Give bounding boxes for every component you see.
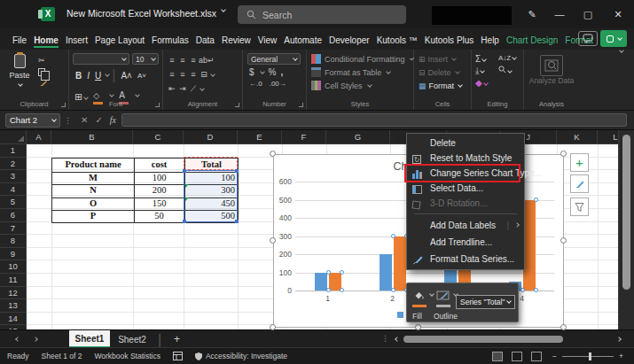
tab-review[interactable]: Review (218, 33, 254, 50)
tab-developer[interactable]: Developer (325, 33, 373, 50)
wrap-text-icon[interactable]: ab↵ (199, 55, 209, 66)
align-center-icon[interactable]: ≡ (177, 69, 188, 81)
row-header-13[interactable]: 13 (0, 299, 26, 313)
series-selection-handle[interactable] (340, 270, 344, 275)
column-header-A[interactable]: A (27, 130, 51, 143)
next-sheet-icon[interactable] (33, 337, 38, 342)
workbook-statistics-button[interactable]: Workbook Statistics (94, 352, 160, 360)
menu-item-change-series-chart-type[interactable]: Change Series Chart Type... (407, 166, 524, 181)
horizontal-scrollbar[interactable] (401, 336, 610, 343)
page-layout-view-icon[interactable] (512, 352, 522, 361)
formula-bar-splitter[interactable]: ⋮ (64, 116, 72, 125)
clipboard-dialog-launcher[interactable] (61, 103, 66, 107)
row-header-1[interactable]: 1 (0, 144, 26, 158)
increase-decimal-icon[interactable]: ←.0 (249, 80, 262, 88)
close-button[interactable]: ✕ (607, 5, 630, 23)
table-cell[interactable]: O (52, 197, 134, 211)
table-header-cell[interactable]: cost (134, 159, 184, 172)
menu-item-add-data-labels[interactable]: Add Data Labels| (407, 217, 524, 234)
column-header-B[interactable]: B (51, 130, 133, 143)
chart-resize-handle[interactable] (270, 151, 276, 157)
column-header-K[interactable]: K (557, 130, 598, 143)
tab-chart-design[interactable]: Chart Design (503, 33, 561, 50)
tab-file[interactable]: File (9, 33, 30, 50)
chart-resize-handle[interactable] (560, 151, 567, 157)
accounting-format-icon[interactable]: $ (249, 67, 254, 77)
insert-cells-button[interactable]: ⊞Insert (414, 52, 471, 66)
maximize-button[interactable]: ▢ (576, 5, 599, 23)
percent-format-icon[interactable]: % (269, 67, 277, 77)
row-header-14[interactable]: 14 (0, 313, 26, 326)
cancel-icon[interactable]: ✕ (81, 115, 88, 125)
insert-function-icon[interactable]: fx (110, 115, 116, 125)
analyze-data-button[interactable]: Analyze Data (524, 77, 579, 85)
enter-icon[interactable]: ✓ (95, 115, 102, 125)
zoom-slider-thumb[interactable] (589, 352, 591, 360)
minimize-button[interactable]: — (548, 5, 571, 23)
sheet-tab-sheet2[interactable]: Sheet2 (112, 330, 153, 348)
table-cell[interactable]: 50 (134, 210, 184, 223)
menu-item-select-data[interactable]: Select Data... (407, 181, 524, 196)
menu-item-add-trendline[interactable]: Add Trendline... (407, 234, 524, 251)
chart-filters-button[interactable] (570, 197, 589, 216)
series-selection-handle[interactable] (326, 270, 331, 275)
series-selection-handle[interactable] (391, 288, 395, 292)
table-header-cell[interactable]: Product name (52, 159, 134, 172)
normal-view-icon[interactable] (492, 352, 503, 361)
column-header-C[interactable]: C (133, 130, 184, 143)
sheet-tab-sheet1[interactable]: Sheet1 (69, 330, 110, 348)
menu-item-delete[interactable]: Delete (407, 136, 524, 151)
row-header-8[interactable]: 8 (0, 235, 26, 248)
row-header-5[interactable]: 5 (0, 196, 26, 209)
macro-record-icon[interactable] (173, 352, 183, 360)
series-selection-handle[interactable] (534, 197, 538, 202)
series-selection-handle[interactable] (534, 288, 538, 292)
tab-insert[interactable]: Insert (62, 33, 91, 50)
row-header-6[interactable]: 6 (0, 209, 26, 222)
bold-button[interactable]: B (73, 71, 84, 81)
increase-font-button[interactable]: A˄ (118, 71, 135, 81)
menu-item-reset-to-match-style[interactable]: ↻Reset to Match Style (407, 151, 524, 166)
font-dialog-launcher[interactable] (155, 103, 160, 107)
row-header-7[interactable]: 7 (0, 222, 26, 236)
tab-home[interactable]: Home (30, 33, 62, 50)
orientation-icon[interactable]: ⟋ (188, 83, 199, 95)
scroll-left-icon[interactable] (395, 337, 400, 342)
align-bottom-icon[interactable]: ≡ (188, 55, 199, 66)
share-button[interactable] (600, 30, 627, 47)
horizontal-scrollbar-thumb[interactable] (403, 336, 563, 343)
ink-pen-icon[interactable]: ✎ (521, 5, 544, 23)
menu-item-format-data-series[interactable]: Format Data Series... (407, 251, 524, 267)
paste-button[interactable]: Paste (4, 52, 35, 89)
row-header-9[interactable]: 9 (0, 248, 26, 261)
tab-help[interactable]: Help (477, 33, 503, 50)
row-header-3[interactable]: 3 (0, 170, 26, 183)
search-box[interactable]: Search (238, 5, 406, 24)
prev-sheet-icon[interactable] (15, 337, 20, 342)
table-cell[interactable]: M (52, 172, 134, 185)
sort-filter-button[interactable]: A↓Z (498, 54, 521, 64)
chart-resize-handle[interactable] (270, 324, 276, 330)
chart-resize-handle[interactable] (560, 324, 567, 330)
number-dialog-launcher[interactable] (299, 103, 303, 107)
alignment-dialog-launcher[interactable] (235, 103, 239, 107)
italic-button[interactable]: I (84, 71, 92, 81)
bar-Total-1[interactable] (329, 273, 341, 291)
number-format-dropdown[interactable]: General (247, 53, 301, 65)
autosum-button[interactable]: Σ (475, 54, 498, 64)
align-left-icon[interactable]: ≡ (167, 69, 177, 81)
merge-center-icon[interactable]: ⊟ (199, 69, 209, 81)
collapse-ribbon-icon[interactable] (619, 48, 624, 53)
column-header-G[interactable]: G (326, 130, 390, 143)
outline-button[interactable] (436, 288, 450, 307)
zoom-slider[interactable] (562, 356, 614, 357)
conditional-formatting-button[interactable]: Conditional Formatting (307, 52, 413, 66)
cell-styles-button[interactable]: Cell Styles (307, 79, 413, 92)
tab-kutools-plus[interactable]: Kutools Plus (421, 33, 478, 50)
table-cell[interactable]: P (52, 210, 134, 223)
tab-view[interactable]: View (254, 33, 281, 50)
format-cells-button[interactable]: ▦Format (414, 79, 471, 92)
row-header-4[interactable]: 4 (0, 183, 26, 197)
vertical-scrollbar[interactable] (618, 130, 634, 329)
fill-button[interactable] (412, 288, 427, 307)
